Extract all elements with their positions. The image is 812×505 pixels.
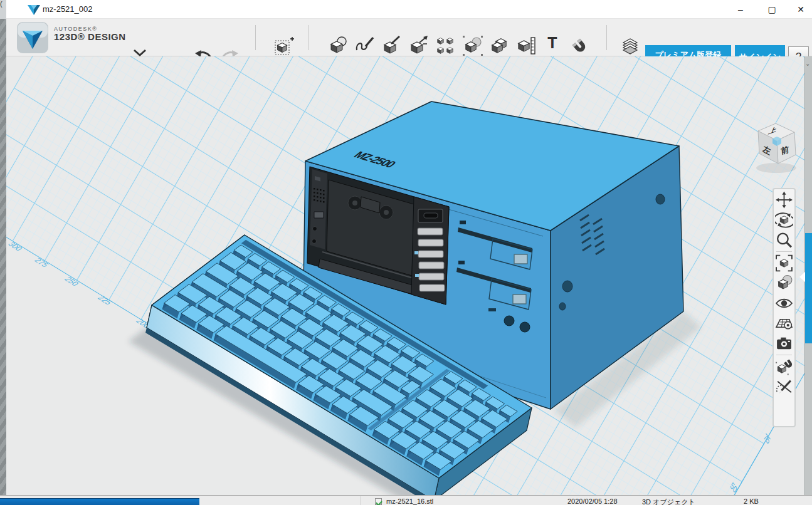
maximize-button[interactable]: ▢ — [757, 0, 786, 19]
svg-text:250: 250 — [62, 276, 80, 288]
group-tool[interactable] — [462, 35, 483, 56]
background-file-window[interactable]: mz-2521_16.stl 2020/02/05 1:28 3D オブジェクト… — [0, 495, 812, 505]
view-cube[interactable]: 上 左 前 — [740, 116, 804, 182]
pan-tool[interactable] — [775, 190, 793, 209]
orbit-tool[interactable] — [775, 211, 793, 229]
palette-divider — [776, 355, 792, 355]
app-icon[interactable] — [17, 22, 48, 53]
app-logo-icon — [26, 3, 41, 18]
file-name[interactable]: mz-2521_16.stl — [386, 497, 433, 505]
file-type: 3D オブジェクト — [642, 497, 695, 505]
file-modified-date: 2020/02/05 1:28 — [567, 497, 618, 505]
close-button[interactable]: ✕ — [786, 0, 812, 19]
background-taskbar — [0, 498, 199, 505]
collapsed-panel-handle[interactable] — [805, 233, 812, 343]
minimize-button[interactable]: – — [726, 0, 755, 19]
grid-visibility-tool[interactable] — [775, 314, 793, 333]
sketch-tool[interactable] — [354, 35, 376, 56]
primitives-tool[interactable] — [327, 35, 349, 56]
background-window-sliver: ( — [0, 0, 6, 505]
measure-tool[interactable] — [515, 35, 537, 56]
screen: { "window": { "title": "mz-2521_002", "c… — [0, 0, 812, 505]
combine-tool[interactable] — [489, 35, 510, 56]
export-layers-icon[interactable] — [620, 35, 641, 56]
snap-magnet-tool[interactable] — [569, 35, 590, 56]
modify-tool[interactable] — [408, 35, 430, 56]
svg-text:275: 275 — [32, 257, 50, 269]
stl-file-icon — [375, 498, 382, 505]
file-size: 2 KB — [744, 497, 759, 505]
toolbar-separator — [606, 25, 607, 50]
construct-tool[interactable] — [381, 35, 403, 56]
column-divider — [360, 496, 361, 505]
background-window-glyph: ( — [0, 0, 6, 19]
sketch-visibility-tool[interactable] — [775, 377, 793, 396]
pattern-tool[interactable] — [435, 35, 456, 56]
toolbar-separator — [308, 25, 309, 50]
text-tool[interactable]: T — [542, 34, 563, 52]
svg-text:300: 300 — [6, 241, 24, 252]
cassette-buttons — [411, 197, 449, 305]
palette-divider — [776, 251, 792, 252]
toolbar-separator — [255, 25, 256, 50]
transform-tool[interactable] — [273, 35, 295, 56]
titlebar: mz-2521_002 – ▢ ✕ — [6, 0, 812, 19]
brand: AUTODESK® 123D® DESIGN — [54, 26, 126, 42]
toolbar: AUTODESK® 123D® DESIGN — [6, 19, 812, 56]
brand-123d-design: 123D® DESIGN — [54, 32, 126, 42]
scrollbar-chevron-icon[interactable]: ⌄ — [805, 60, 810, 67]
svg-text:50: 50 — [729, 481, 739, 495]
visibility-tool[interactable] — [775, 294, 793, 313]
zoom-tool[interactable] — [775, 231, 793, 249]
window-title: mz-2521_002 — [43, 4, 93, 14]
snap-tool[interactable] — [775, 357, 793, 376]
scene-svg: 300 275 250 225 200 175 125 100 75 100 7… — [6, 56, 804, 495]
viewport-3d-canvas[interactable]: 300 275 250 225 200 175 125 100 75 100 7… — [6, 56, 804, 495]
expand-panel-arrow-icon[interactable] — [799, 272, 805, 282]
navigation-palette — [772, 188, 796, 427]
screenshot-tool[interactable] — [775, 334, 793, 353]
material-shading-tool[interactable] — [775, 274, 793, 293]
fit-view-tool[interactable] — [775, 254, 793, 273]
